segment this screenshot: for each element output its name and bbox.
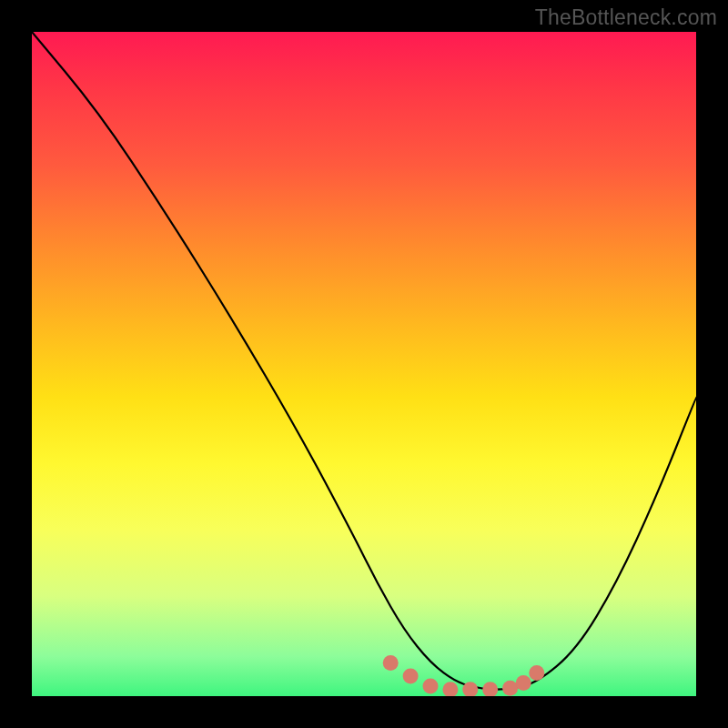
watermark-text: TheBottleneck.com <box>535 5 717 30</box>
chart-markers <box>383 655 545 696</box>
bottleneck-curve <box>32 32 696 690</box>
chart-marker <box>403 669 419 684</box>
chart-marker <box>529 665 544 681</box>
chart-svg <box>32 32 696 696</box>
chart-marker <box>383 655 399 671</box>
chart-marker <box>482 682 498 696</box>
chart-marker <box>502 681 518 696</box>
chart-plot-area <box>32 32 696 696</box>
chart-marker <box>516 675 531 691</box>
chart-marker <box>423 679 439 694</box>
chart-marker <box>442 682 458 696</box>
